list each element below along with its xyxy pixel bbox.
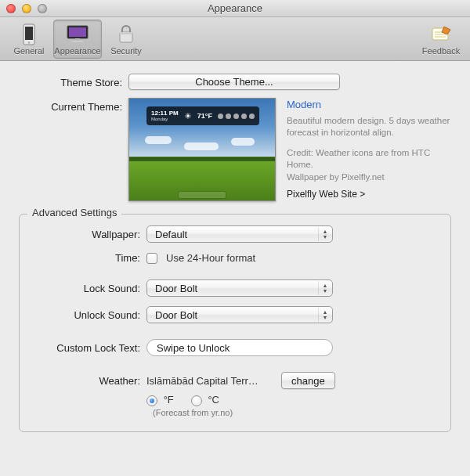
svg-rect-9	[120, 32, 132, 34]
wallpaper-value: Default	[155, 229, 187, 240]
theme-name: Modern	[287, 98, 451, 112]
unit-f-radio[interactable]	[146, 395, 157, 406]
svg-rect-7	[72, 41, 83, 42]
monitor-icon	[66, 23, 89, 45]
unit-f-label: °F	[164, 394, 174, 406]
close-icon[interactable]	[6, 4, 16, 13]
theme-description: Beautiful modern design. 5 days weather …	[287, 115, 451, 139]
content: Theme Store: Choose Theme... Current The…	[0, 61, 470, 445]
custom-lock-input[interactable]: Swipe to Unlock	[146, 339, 333, 356]
tab-general[interactable]: General	[5, 20, 53, 59]
tab-security[interactable]: Security	[102, 20, 150, 59]
weather-label: Weather:	[31, 375, 146, 387]
weather-location: Islāmābād Capital Terr…	[146, 375, 273, 387]
titlebar: Appearance	[0, 0, 470, 17]
theme-website-link[interactable]: Pixelfly Web Site >	[287, 188, 451, 200]
unlock-sound-select[interactable]: Door Bolt ▲▼	[146, 306, 333, 323]
weather-change-label: change	[291, 375, 325, 387]
tab-label: General	[13, 46, 44, 56]
weather-change-button[interactable]: change	[281, 372, 335, 389]
custom-lock-value: Swipe to Unlock	[157, 342, 230, 354]
theme-preview-row: 12:11 PMMonday ☀ 71°F Modern Beautiful m…	[128, 98, 451, 201]
lock-sound-value: Door Bolt	[155, 283, 197, 294]
choose-theme-label: Choose Theme...	[195, 76, 273, 88]
lock-sound-label: Lock Sound:	[31, 283, 146, 294]
toolbar: General Appearance Security Feedback	[0, 17, 470, 61]
unlock-sound-value: Door Bolt	[155, 309, 197, 321]
svg-rect-1	[25, 27, 33, 40]
forecast-note: (Forecast from yr.no)	[153, 408, 439, 417]
svg-rect-6	[75, 38, 80, 41]
wallpaper-select[interactable]: Default ▲▼	[146, 225, 333, 243]
svg-rect-4	[69, 27, 86, 37]
tab-label: Security	[110, 46, 142, 56]
unlock-sound-label: Unlock Sound:	[31, 309, 146, 321]
theme-thumbnail: 12:11 PMMonday ☀ 71°F	[128, 98, 276, 201]
feedback-label: Feedback	[422, 46, 460, 56]
unit-c-label: °C	[208, 394, 219, 406]
chevron-updown-icon: ▲▼	[318, 227, 331, 241]
tab-label: Appearance	[54, 46, 100, 56]
chevron-updown-icon: ▲▼	[318, 281, 331, 295]
minimize-icon[interactable]	[22, 4, 31, 13]
advanced-settings: Advanced Settings Wallpaper: Default ▲▼ …	[19, 214, 451, 432]
choose-theme-button[interactable]: Choose Theme...	[128, 74, 340, 90]
wallpaper-label: Wallpaper:	[31, 229, 146, 240]
tab-appearance[interactable]: Appearance	[53, 20, 102, 59]
zoom-icon	[38, 4, 47, 13]
time-24h-checkbox[interactable]	[146, 253, 157, 264]
theme-info: Modern Beautiful modern design. 5 days w…	[287, 98, 451, 201]
phone-icon	[20, 23, 38, 45]
theme-wallpaper-credit: Wallpaper by Pixelfly.net	[287, 171, 451, 184]
current-theme-label: Current Theme:	[19, 98, 128, 113]
custom-lock-label: Custom Lock Text:	[31, 342, 146, 354]
window-title: Appearance	[0, 2, 470, 14]
note-icon	[430, 23, 452, 45]
lock-icon	[118, 23, 135, 45]
time-label: Time:	[31, 252, 146, 264]
theme-store-label: Theme Store:	[19, 74, 128, 88]
advanced-legend: Advanced Settings	[27, 207, 121, 218]
feedback-button[interactable]: Feedback	[417, 20, 465, 59]
window-controls	[0, 4, 47, 13]
time-24h-label: Use 24-Hour format	[166, 252, 255, 264]
theme-credit: Credit: Weather icons are from HTC Home.	[287, 147, 451, 171]
unit-c-radio[interactable]	[191, 395, 202, 406]
chevron-updown-icon: ▲▼	[318, 308, 331, 322]
lock-sound-select[interactable]: Door Bolt ▲▼	[146, 279, 333, 297]
svg-point-2	[28, 41, 31, 44]
